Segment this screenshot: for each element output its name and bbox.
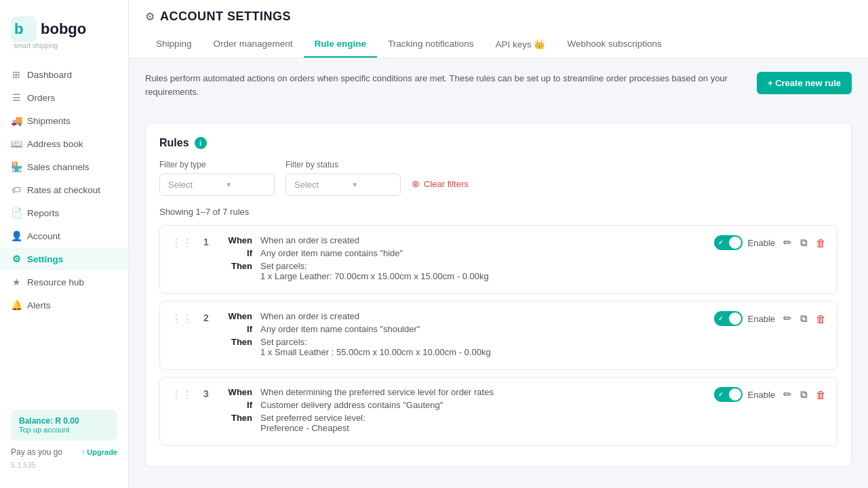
copy-icon-3[interactable]: ⧉ (800, 388, 808, 401)
when-text-2: When an order is created (260, 311, 359, 321)
then-text-3: Set preferred service level: Preference … (260, 413, 366, 433)
filter-type-select[interactable]: Select ▼ (159, 174, 275, 196)
if-text-3: Customer delivery address contains "Gaut… (260, 400, 443, 410)
page-settings-icon: ⚙ (145, 10, 155, 23)
page-header: ⚙ ACCOUNT SETTINGS Shipping Order manage… (129, 0, 868, 58)
top-up-link[interactable]: Top up account (19, 426, 109, 434)
sidebar-label-resource-hub: Resource hub (27, 277, 84, 287)
enable-label-2: Enable (748, 314, 775, 324)
drag-handle-3[interactable]: ⋮⋮ (171, 388, 193, 401)
delete-icon-2[interactable]: 🗑 (816, 313, 826, 325)
brand-sub: smart shipping (14, 42, 58, 49)
logo-icon: b (11, 16, 37, 42)
drag-handle-1[interactable]: ⋮⋮ (171, 237, 193, 249)
clear-filters-label: Clear filters (424, 179, 469, 189)
sidebar-label-settings: Settings (27, 254, 63, 264)
svg-text:b: b (14, 20, 23, 37)
edit-icon-1[interactable]: ✏ (783, 237, 792, 249)
main-content: ⚙ ACCOUNT SETTINGS Shipping Order manage… (129, 0, 868, 488)
sidebar-item-reports[interactable]: 📄 Reports (0, 201, 128, 224)
tab-tracking-notifications[interactable]: Tracking notifications (377, 32, 484, 58)
tab-webhook-subscriptions[interactable]: Webhook subscriptions (556, 32, 672, 58)
edit-icon-3[interactable]: ✏ (783, 388, 792, 401)
rule-if-1: If Any order item name contains "hide" (225, 248, 703, 258)
tab-order-management[interactable]: Order management (203, 32, 304, 58)
edit-icon-2[interactable]: ✏ (783, 312, 792, 325)
sidebar-item-rates-at-checkout[interactable]: 🏷 Rates at checkout (0, 178, 128, 201)
rules-title: Rules (159, 137, 189, 149)
toggle-check-1: ✓ (718, 239, 724, 246)
filter-status-chevron-icon: ▼ (351, 181, 358, 188)
sidebar-label-rates: Rates at checkout (27, 185, 100, 195)
sidebar-item-alerts[interactable]: 🔔 Alerts (0, 293, 128, 317)
enable-toggle-1[interactable]: ✓ (714, 235, 743, 250)
upgrade-button[interactable]: ↑ Upgrade (81, 448, 117, 456)
sidebar-item-orders[interactable]: ☰ Orders (0, 86, 128, 109)
rule-actions-2: ✓ Enable ✏ ⧉ 🗑 (714, 311, 826, 326)
filter-type-value: Select (168, 180, 193, 190)
if-keyword-2: If (225, 324, 252, 334)
sidebar-item-resource-hub[interactable]: ★ Resource hub (0, 270, 128, 293)
rule-then-1: Then Set parcels: 1 x Large Leather: 70.… (225, 261, 703, 281)
sidebar-item-dashboard[interactable]: ⊞ Dashboard (0, 63, 128, 86)
delete-icon-3[interactable]: 🗑 (816, 389, 826, 401)
plan-label: Pay as you go (11, 447, 62, 457)
sidebar-nav: ⊞ Dashboard ☰ Orders 🚚 Shipments 📖 Addre… (0, 63, 128, 317)
enable-toggle-3[interactable]: ✓ (714, 387, 743, 402)
when-text-1: When an order is created (260, 235, 359, 245)
rule-content-3: When When determining the preferred serv… (225, 387, 703, 436)
then-keyword-1: Then (225, 261, 252, 281)
sidebar-item-sales-channels[interactable]: 🏪 Sales channels (0, 155, 128, 178)
content-area: Rules perform automated actions on order… (129, 58, 868, 488)
sidebar-item-settings[interactable]: ⚙ Settings (0, 247, 128, 270)
clear-filters-button[interactable]: ⊗ Clear filters (412, 178, 469, 196)
if-text-2: Any order item name contains "shoulder" (260, 324, 420, 334)
filter-type-chevron-icon: ▼ (225, 181, 232, 188)
rule-row-3: ⋮⋮ 3 When When determining the preferred… (159, 377, 837, 446)
rule-row-2: ⋮⋮ 2 When When an order is created If An… (159, 301, 837, 370)
shipments-icon: 🚚 (11, 115, 22, 126)
when-keyword-3: When (225, 387, 252, 397)
tab-rule-engine[interactable]: Rule engine (304, 32, 378, 58)
rules-info-badge[interactable]: i (195, 137, 207, 149)
enable-label-3: Enable (748, 390, 775, 400)
sidebar-label-shipments: Shipments (27, 116, 71, 126)
tab-api-keys[interactable]: API keys 👑 (484, 32, 556, 58)
delete-icon-1[interactable]: 🗑 (816, 237, 826, 249)
toggle-knob-1 (729, 237, 741, 249)
toggle-wrap-3: ✓ Enable (714, 387, 775, 402)
copy-icon-2[interactable]: ⧉ (800, 312, 808, 325)
filter-status-select[interactable]: Select ▼ (285, 174, 401, 196)
create-new-rule-button[interactable]: + Create new rule (757, 72, 852, 94)
reports-icon: 📄 (11, 207, 22, 218)
version-text: 5.1.535 (11, 461, 117, 469)
rule-content-2: When When an order is created If Any ord… (225, 311, 703, 360)
sidebar-item-account[interactable]: 👤 Account (0, 224, 128, 247)
sidebar-label-account: Account (27, 231, 60, 241)
toggle-wrap-2: ✓ Enable (714, 311, 775, 326)
dashboard-icon: ⊞ (11, 69, 22, 80)
rule-number-3: 3 (203, 388, 214, 399)
rule-when-1: When When an order is created (225, 235, 703, 245)
orders-icon: ☰ (11, 92, 22, 103)
filter-type-group: Filter by type Select ▼ (159, 160, 275, 196)
tab-bar: Shipping Order management Rule engine Tr… (145, 32, 852, 58)
sidebar-label-reports: Reports (27, 208, 59, 218)
rules-title-row: Rules i (159, 137, 837, 149)
then-keyword-3: Then (225, 413, 252, 433)
resource-hub-icon: ★ (11, 277, 22, 287)
rule-row-1: ⋮⋮ 1 When When an order is created If An… (159, 225, 837, 294)
filter-status-label: Filter by status (285, 160, 401, 169)
copy-icon-1[interactable]: ⧉ (800, 237, 808, 249)
tab-shipping[interactable]: Shipping (145, 32, 203, 58)
drag-handle-2[interactable]: ⋮⋮ (171, 312, 193, 325)
sidebar-bottom: Balance: R 0.00 Top up account Pay as yo… (0, 401, 128, 477)
page-title-row: ⚙ ACCOUNT SETTINGS (145, 9, 852, 24)
sidebar-item-shipments[interactable]: 🚚 Shipments (0, 109, 128, 132)
if-keyword-1: If (225, 248, 252, 258)
sidebar-label-address-book: Address book (27, 139, 83, 149)
sidebar: b bobgo smart shipping ⊞ Dashboard ☰ Ord… (0, 0, 129, 488)
sidebar-item-address-book[interactable]: 📖 Address book (0, 132, 128, 155)
enable-toggle-2[interactable]: ✓ (714, 311, 743, 326)
then-text-1: Set parcels: 1 x Large Leather: 70.00cm … (260, 261, 489, 281)
